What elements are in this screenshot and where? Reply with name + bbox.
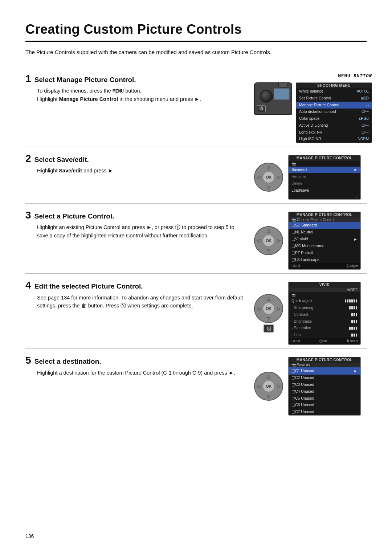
step-3-title: 3 Select a Picture Control. xyxy=(25,210,243,221)
step-5-right: △ ▽ ◁ ▷ OK Manage Picture Control 📷 Save… xyxy=(254,355,367,416)
screen-2-header: Manage Picture Control xyxy=(289,155,360,161)
step-1-body: To display the menus, press the MENU but… xyxy=(37,87,243,103)
step5-nav-ok: OK xyxy=(262,380,275,392)
screen-4-camera-icon-row: 📷 xyxy=(289,292,360,298)
screen-4-row-5: - Saturation▮▮▮▮ xyxy=(289,325,360,332)
screen-1-header: SHOOTING MENU xyxy=(296,83,372,88)
screen-3-row-1: ▢SD Standard xyxy=(289,222,360,229)
step5-nav-down: ▽ xyxy=(265,393,272,400)
camera-screen xyxy=(274,88,290,100)
screen-5-row-3: ▢C3 Unused xyxy=(289,381,360,388)
step-5-screen: Manage Picture Control 📷 Save as ▢C1 Unu… xyxy=(288,357,361,416)
step4-nav-ok: OK xyxy=(262,302,275,315)
nav-up: △ xyxy=(265,163,272,171)
step-3-screen: Manage Picture Control 📷 Choose Picture … xyxy=(288,212,361,270)
step-5-nav-disk: △ ▽ ◁ ▷ OK xyxy=(254,372,283,401)
step-4-nav-disk: △ ▽ ◁ ▷ OK xyxy=(254,294,283,323)
step4-nav-down: ▽ xyxy=(265,315,272,322)
step3-nav-down: ▽ xyxy=(265,247,272,254)
screen-5-row-7: ▢C7 Unused xyxy=(289,409,360,416)
screen-4-subheader: ⚙OFF xyxy=(289,287,360,292)
step5-nav-right: ▷ xyxy=(275,383,282,390)
step-2-nav-disk: △ ▽ ◁ ▷ OK xyxy=(254,163,283,192)
screen-3-row-4: ▢MC Monochrome xyxy=(289,243,360,250)
step-5: 5 Select a destination. Highlight a dest… xyxy=(25,348,367,419)
nav-down: ▽ xyxy=(265,184,272,191)
step-4-title: 4 Edit the selected Picture Control. xyxy=(25,280,243,291)
step4-nav-up: △ xyxy=(265,295,272,302)
step-2-right: △ ▽ ◁ ▷ OK Manage Picture Control 📷 Save… xyxy=(254,154,367,200)
nav-right: ▷ xyxy=(275,174,282,181)
step-1-menu-label: MENU button xyxy=(338,74,372,79)
step-4-num: 4 xyxy=(25,279,31,291)
screen-1-row-4: Auto distortion controlOFF xyxy=(296,109,372,115)
screen-2-row-4: Load/save xyxy=(289,187,360,194)
step3-nav-ok: OK xyxy=(262,234,275,247)
screen-4-row-3: - Contrast▮▮▮ xyxy=(289,311,360,318)
step-4-body: See page 134 for more information. To ab… xyxy=(37,294,243,310)
step-4-screen: Vivid ⚙OFF 📷 Quick adjust▮▮▮▮▮▮ - Sharpe… xyxy=(288,282,361,345)
screen-1-row-7: Long exp. NROFF xyxy=(296,129,372,136)
step-3-body: Highlight an existing Picture Control an… xyxy=(37,223,243,240)
intro-text: The Picture Controls supplied with the c… xyxy=(25,48,367,57)
step3-nav-right: ▷ xyxy=(275,237,282,244)
screen-5-header: Manage Picture Control xyxy=(289,357,360,363)
screen-3-subheader: 📷 Choose Picture Control xyxy=(289,217,360,222)
screen-4-row-1: Quick adjust▮▮▮▮▮▮ xyxy=(289,298,360,305)
screen-2-help-icon: ? xyxy=(289,194,360,199)
screen-2-row-3: Delete xyxy=(289,180,360,187)
step4-nav-left: ◁ xyxy=(255,305,262,312)
screen-2-camera-icon: 📷 xyxy=(289,161,360,167)
screen-3-row-5: ▢PT Portrait xyxy=(289,249,360,256)
step-1-right: MENU button 🖼 SHOOTING MENU White balanc… xyxy=(254,74,367,143)
page-title: Creating Custom Picture Controls xyxy=(25,22,367,42)
step-1: 1 Select Manage Picture Control. To disp… xyxy=(25,67,367,147)
screen-3-row-2: ▢NL Neutral xyxy=(289,229,360,236)
step-4-nav-area: △ ▽ ◁ ▷ OK 🖼 xyxy=(254,294,283,332)
step-4-left: 4 Edit the selected Picture Control. See… xyxy=(25,280,254,310)
screen-1-row-5: Color spacesRGB xyxy=(296,115,372,122)
screen-5-row-5: ▢C5 Unused xyxy=(289,395,360,402)
screen-3-header: Manage Picture Control xyxy=(289,212,360,217)
step-2-title: 2 Select Save/edit. xyxy=(25,154,243,164)
screen-3-footer: ▢GridⓎAdjust xyxy=(289,263,360,269)
step-3-right: △ ▽ ◁ ▷ OK Manage Picture Control 📷 Choo… xyxy=(254,210,367,270)
step5-nav-up: △ xyxy=(265,372,272,380)
screen-1-row-3: Manage Picture Control-- xyxy=(296,102,372,109)
step-5-title: 5 Select a destination. xyxy=(25,355,243,366)
page-number: 136 xyxy=(25,533,34,539)
step-1-num: 1 xyxy=(25,73,31,84)
step-5-num: 5 xyxy=(25,355,31,366)
step-4-thumb: 🖼 xyxy=(264,325,274,332)
step-4-right: △ ▽ ◁ ▷ OK 🖼 Vivid ⚙OFF 📷 Quick adjust▮▮… xyxy=(254,280,367,345)
camera-top-bump xyxy=(278,83,288,88)
camera-thumb-icon: 🖼 xyxy=(257,105,266,112)
screen-4-footer: ▢GridⓎOK🗑Reset xyxy=(289,338,360,344)
step-2-num: 2 xyxy=(25,153,31,164)
step-3-num: 3 xyxy=(25,209,31,221)
screen-2-row-2: Rename xyxy=(289,173,360,180)
screen-5-row-6: ▢C6 Unused xyxy=(289,402,360,409)
step3-nav-left: ◁ xyxy=(255,237,262,244)
screen-5-subheader: 📷 Save as xyxy=(289,363,360,367)
screen-5-row-1: ▢C1 Unused► xyxy=(289,367,360,375)
camera-mockup: 🖼 xyxy=(254,82,292,115)
step-5-body: Highlight a destination for the custom P… xyxy=(37,369,243,377)
step4-nav-right: ▷ xyxy=(275,305,282,312)
step-2: 2 Select Save/edit. Highlight Save/edit … xyxy=(25,147,367,203)
screen-4-header: Vivid xyxy=(289,282,360,287)
screen-1-row-1: White balanceAUTO1 xyxy=(296,88,372,95)
screen-4-row-2: - Sharpening▮▮▮▮ xyxy=(289,305,360,311)
screen-3-row-3: ▢VI Vivid► xyxy=(289,236,360,243)
step-2-screen: Manage Picture Control 📷 Save/edit► Rena… xyxy=(288,155,361,200)
step3-nav-up: △ xyxy=(265,227,272,234)
screen-3-row-6: ▢LS Landscape xyxy=(289,256,360,263)
screen-1-row-2: Set Picture Control⊞SD xyxy=(296,95,372,102)
step-4: 4 Edit the selected Picture Control. See… xyxy=(25,273,367,349)
step5-nav-left: ◁ xyxy=(255,383,262,390)
nav-ok: OK xyxy=(262,171,275,183)
screen-1-row-8: High ISO NRNORM xyxy=(296,136,372,143)
screen-5-row-2: ▢C2 Unused xyxy=(289,375,360,381)
camera-lens xyxy=(260,90,273,103)
step-2-left: 2 Select Save/edit. Highlight Save/edit … xyxy=(25,154,254,175)
